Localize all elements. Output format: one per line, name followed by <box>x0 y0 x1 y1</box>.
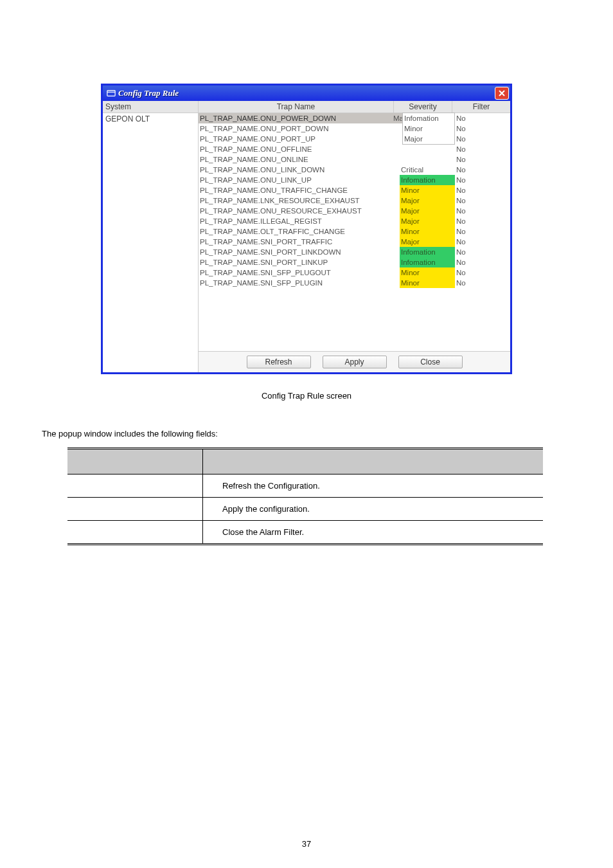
figure-caption: Config Trap Rule screen <box>42 391 571 401</box>
cell-severity: Infomation <box>400 247 455 257</box>
apply-button[interactable]: Apply <box>323 356 387 368</box>
table-row[interactable]: PL_TRAP_NAME.ONU_ONLINENo <box>199 154 510 165</box>
cell-trap-name: PL_TRAP_NAME.ONU_OFFLINE <box>199 144 400 154</box>
table-row[interactable]: PL_TRAP_NAME.ONU_RESOURCE_EXHAUSTMajorNo <box>199 206 510 216</box>
cell-severity: Major <box>400 206 455 216</box>
svg-rect-0 <box>107 91 115 96</box>
table-row[interactable]: PL_TRAP_NAME.ILLEGAL_REGISTMajorNo <box>199 216 510 226</box>
table-row[interactable]: PL_TRAP_NAME.ONU_TRAFFIC_CHANGEMinorNo <box>199 185 510 195</box>
titlebar[interactable]: Config Trap Rule <box>103 86 510 101</box>
table-row[interactable]: PL_TRAP_NAME.SNI_PORT_LINKDOWNInfomation… <box>199 247 510 257</box>
table-row[interactable]: PL_TRAP_NAME.OLT_TRAFFIC_CHANGEMinorNo <box>199 226 510 237</box>
close-icon[interactable] <box>495 87 509 100</box>
cell-trap-name: PL_TRAP_NAME.LNK_RESOURCE_EXHAUST <box>199 195 400 206</box>
main-panel: Trap Name Severity Filter InfomationMino… <box>198 101 510 372</box>
cell-filter: No <box>455 134 510 144</box>
cell-trap-name: PL_TRAP_NAME.SNI_PORT_LINKUP <box>199 257 400 267</box>
table-row[interactable]: PL_TRAP_NAME.ONU_PORT_UPNo <box>199 134 510 144</box>
dialog-title: Config Trap Rule <box>118 88 179 98</box>
sidebar-item[interactable]: GEPON OLT <box>103 113 198 125</box>
desc-header-description <box>203 449 544 475</box>
table-row[interactable]: PL_TRAP_NAME.ONU_POWER_DOWNMajorNo <box>199 113 510 123</box>
cell-filter: No <box>455 175 510 185</box>
cell-trap-name: PL_TRAP_NAME.ONU_LINK_UP <box>199 175 400 185</box>
desc-description: Refresh the Configuration. <box>203 475 544 498</box>
cell-trap-name: PL_TRAP_NAME.ONU_PORT_UP <box>199 134 400 144</box>
cell-filter: No <box>455 237 510 247</box>
desc-object <box>67 498 203 521</box>
desc-object <box>67 521 203 545</box>
cell-filter: No <box>455 123 510 134</box>
table-header: Trap Name Severity Filter <box>199 101 510 113</box>
cell-filter: No <box>455 144 510 154</box>
cell-trap-name: PL_TRAP_NAME.OLT_TRAFFIC_CHANGE <box>199 226 400 237</box>
cell-filter: No <box>455 267 510 278</box>
cell-filter: No <box>455 206 510 216</box>
refresh-button[interactable]: Refresh <box>247 356 311 368</box>
table-row[interactable]: PL_TRAP_NAME.ONU_LINK_DOWNCriticalNo <box>199 165 510 175</box>
table-row[interactable]: PL_TRAP_NAME.SNI_SFP_PLUGINMinorNo <box>199 278 510 288</box>
col-header-trap: Trap Name <box>199 101 393 113</box>
desc-description: Close the Alarm Filter. <box>203 521 544 545</box>
severity-callout-item[interactable]: Infomation <box>403 113 454 123</box>
cell-filter: No <box>455 195 510 206</box>
cell-filter: No <box>455 185 510 195</box>
cell-severity: Major <box>400 216 455 226</box>
cell-severity: Critical <box>400 165 455 175</box>
cell-filter: No <box>455 247 510 257</box>
cell-trap-name: PL_TRAP_NAME.ONU_PORT_DOWN <box>199 123 400 134</box>
cell-severity: Minor <box>400 278 455 288</box>
cell-severity: Major <box>400 237 455 247</box>
cell-trap-name: PL_TRAP_NAME.SNI_PORT_LINKDOWN <box>199 247 400 257</box>
table-rows: InfomationMinorMajor PL_TRAP_NAME.ONU_PO… <box>199 113 510 351</box>
page-number: 37 <box>0 839 613 849</box>
window-icon <box>107 89 116 98</box>
button-bar: Refresh Apply Close <box>199 351 510 372</box>
description-table: Refresh the Configuration.Apply the conf… <box>67 448 543 545</box>
cell-trap-name: PL_TRAP_NAME.SNI_SFP_PLUGOUT <box>199 267 400 278</box>
desc-row: Refresh the Configuration. <box>67 475 543 498</box>
table-row[interactable]: PL_TRAP_NAME.SNI_PORT_TRAFFICMajorNo <box>199 237 510 247</box>
severity-callout-item[interactable]: Minor <box>403 123 454 134</box>
cell-trap-name: PL_TRAP_NAME.SNI_PORT_TRAFFIC <box>199 237 400 247</box>
cell-trap-name: PL_TRAP_NAME.ONU_LINK_DOWN <box>199 165 400 175</box>
cell-filter: No <box>455 226 510 237</box>
table-row[interactable]: PL_TRAP_NAME.SNI_PORT_LINKUPInfomationNo <box>199 257 510 267</box>
sidebar-header: System <box>103 101 198 113</box>
desc-header-object <box>67 449 203 475</box>
cell-filter: No <box>455 278 510 288</box>
table-row[interactable]: PL_TRAP_NAME.ONU_LINK_UPInfomationNo <box>199 175 510 185</box>
col-header-filter: Filter <box>452 101 510 113</box>
cell-filter: No <box>455 154 510 165</box>
cell-trap-name: PL_TRAP_NAME.SNI_SFP_PLUGIN <box>199 278 400 288</box>
cell-severity: Minor <box>400 267 455 278</box>
intro-text: The popup window includes the following … <box>42 429 571 439</box>
desc-row: Apply the configuration. <box>67 498 543 521</box>
severity-callout[interactable]: InfomationMinorMajor <box>402 113 455 145</box>
cell-severity: Infomation <box>400 175 455 185</box>
desc-object <box>67 475 203 498</box>
cell-severity <box>400 144 455 154</box>
cell-severity: Minor <box>400 226 455 237</box>
table-row[interactable]: PL_TRAP_NAME.SNI_SFP_PLUGOUTMinorNo <box>199 267 510 278</box>
table-row[interactable]: PL_TRAP_NAME.ONU_OFFLINENo <box>199 144 510 154</box>
severity-callout-item[interactable]: Major <box>403 134 454 144</box>
sidebar: System GEPON OLT <box>103 101 198 372</box>
table-row[interactable]: PL_TRAP_NAME.LNK_RESOURCE_EXHAUSTMajorNo <box>199 195 510 206</box>
cell-filter: No <box>455 113 510 123</box>
close-button[interactable]: Close <box>398 356 463 368</box>
cell-trap-name: PL_TRAP_NAME.ONU_RESOURCE_EXHAUST <box>199 206 400 216</box>
cell-trap-name: PL_TRAP_NAME.ONU_POWER_DOWN <box>199 113 392 123</box>
cell-severity: Major <box>400 195 455 206</box>
cell-severity <box>400 154 455 165</box>
cell-severity: Infomation <box>400 257 455 267</box>
cell-filter: No <box>455 165 510 175</box>
col-header-severity: Severity <box>393 101 452 113</box>
config-trap-rule-dialog: Config Trap Rule System GEPON OLT Trap N… <box>101 84 512 374</box>
cell-trap-name: PL_TRAP_NAME.ILLEGAL_REGIST <box>199 216 400 226</box>
cell-filter: No <box>455 216 510 226</box>
desc-row: Close the Alarm Filter. <box>67 521 543 545</box>
table-row[interactable]: PL_TRAP_NAME.ONU_PORT_DOWNNo <box>199 123 510 134</box>
cell-filter: No <box>455 257 510 267</box>
cell-trap-name: PL_TRAP_NAME.ONU_ONLINE <box>199 154 400 165</box>
